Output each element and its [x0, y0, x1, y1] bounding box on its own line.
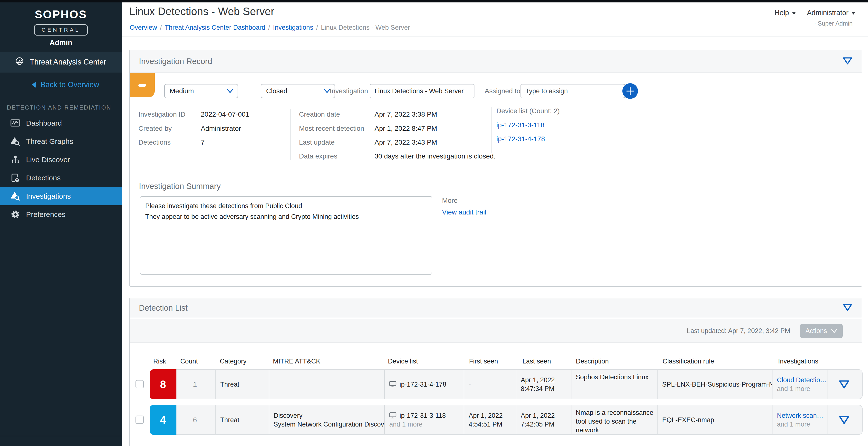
add-assignee-button[interactable] — [622, 83, 638, 99]
investigation-record-header: Investigation Record — [130, 50, 862, 73]
cell-description: Sophos Detections Linux — [571, 370, 657, 399]
cell-mitre — [269, 370, 384, 399]
investigation-more: and 1 more — [777, 384, 826, 393]
field-value: 30 days after the investigation is close… — [375, 152, 496, 160]
summary-textarea[interactable]: Please investigate these detections from… — [140, 196, 432, 275]
field-label: Creation date — [299, 110, 340, 118]
live-discover-icon — [10, 155, 20, 164]
sidebar-item-detections[interactable]: ? Detections — [0, 169, 122, 187]
expand-triangle-icon — [838, 380, 850, 389]
device-link[interactable]: ip-172-31-4-178 — [496, 135, 545, 143]
field-value: Apr 7, 2022 3:43 PM — [375, 139, 437, 146]
user-menu[interactable]: Administrator — [807, 9, 855, 17]
breadcrumb-separator: / — [316, 24, 318, 31]
app-title: Threat Analysis Center — [30, 58, 106, 66]
expand-row-button[interactable] — [828, 370, 862, 399]
collapse-panel-icon[interactable] — [843, 57, 852, 66]
actions-label: Actions — [805, 327, 827, 335]
col-header-last-seen: Last seen — [523, 357, 551, 365]
minus-icon — [138, 84, 146, 87]
assigned-to-label: Assigned to — [485, 84, 520, 98]
threat-graphs-icon — [10, 137, 20, 146]
field-value: Administrator — [201, 125, 241, 132]
column-divider — [491, 107, 492, 153]
nav-section-label: DETECTION AND REMEDIATION — [0, 104, 122, 111]
field-value: Apr 1, 2022 8:47 PM — [375, 125, 437, 132]
row-checkbox[interactable] — [135, 416, 144, 424]
monitor-icon — [389, 381, 397, 387]
investigation-more: and 1 more — [777, 420, 826, 429]
field-value: 2022-04-07-001 — [201, 110, 249, 118]
cell-category: Threat — [215, 370, 269, 399]
sidebar-item-preferences[interactable]: Preferences — [0, 205, 122, 224]
brand-name: SOPHOS — [0, 8, 122, 21]
assign-input[interactable] — [521, 84, 630, 98]
field-label: Detections — [138, 139, 170, 146]
investigation-name-input[interactable] — [370, 84, 474, 98]
field-label: Created by — [138, 125, 172, 132]
page-title: Linux Detections - Web Server — [129, 5, 274, 18]
cell-investigations: Network scan… and 1 more — [772, 405, 828, 434]
help-menu[interactable]: Help — [774, 9, 796, 17]
priority-tab[interactable] — [130, 73, 155, 97]
user-role: · Super Admin — [814, 20, 852, 27]
investigation-record-panel: Investigation Record Medium Closed Inves… — [129, 50, 862, 287]
help-label: Help — [774, 9, 789, 17]
detection-list-toolbar: Last updated: Apr 7, 2022, 3:42 PM Actio… — [130, 319, 862, 343]
view-audit-trail-link[interactable]: View audit trail — [442, 208, 486, 216]
sidebar-item-dashboard[interactable]: Dashboard — [0, 114, 122, 132]
sidebar-item-investigations[interactable]: Investigations — [0, 187, 122, 205]
investigations-icon — [10, 192, 20, 201]
sophos-logo: SOPHOS CENTRAL Admin — [0, 2, 122, 47]
row-body[interactable]: 1 Threat ip-172-31-4-178 - Apr 1, 2022 — [177, 369, 863, 399]
investigation-link[interactable]: Cloud Detectio… — [777, 376, 826, 384]
cell-device-list: ip-172-31-4-178 — [384, 370, 464, 399]
row-body[interactable]: 6 Threat Discovery System Network Config… — [177, 405, 863, 435]
col-header-device-list: Device list — [388, 357, 418, 365]
breadcrumb-overview[interactable]: Overview — [130, 24, 157, 31]
col-header-count: Count — [180, 357, 198, 365]
device-link[interactable]: ip-172-31-3-118 — [496, 121, 545, 129]
breadcrumb-tac-dashboard[interactable]: Threat Analysis Center Dashboard — [165, 24, 266, 31]
column-divider — [290, 109, 291, 160]
chevron-down-icon — [831, 329, 837, 333]
cell-investigations: Cloud Detectio… and 1 more — [772, 370, 828, 399]
status-value: Closed — [266, 87, 287, 95]
risk-badge: 4 — [150, 405, 177, 435]
risk-badge: 8 — [150, 369, 177, 399]
table-row: 4 6 Threat Discovery System Network Conf… — [130, 405, 863, 435]
app-title-band: Threat Analysis Center — [0, 52, 122, 73]
breadcrumb-separator: / — [160, 24, 162, 31]
status-select[interactable]: Closed — [261, 84, 335, 98]
sidebar-divider — [0, 436, 122, 436]
svg-text:?: ? — [16, 178, 18, 182]
field-value: 7 — [201, 139, 205, 146]
actions-button[interactable]: Actions — [800, 324, 843, 338]
cell-device-list: ip-172-31-3-118 and 1 more — [384, 405, 464, 434]
sidebar-item-label: Investigations — [26, 192, 71, 200]
collapse-panel-icon[interactable] — [843, 304, 852, 312]
cell-classification-rule: SPL-LNX-BEH-Suspicious-Program-N… — [657, 370, 772, 399]
device-name: ip-172-31-3-118 — [399, 411, 446, 420]
sidebar-item-threat-graphs[interactable]: Threat Graphs — [0, 132, 122, 150]
sidebar-item-label: Threat Graphs — [26, 137, 73, 146]
sidebar-item-label: Live Discover — [26, 156, 70, 164]
investigation-link[interactable]: Network scan… — [777, 411, 826, 420]
field-label: Investigation ID — [138, 110, 185, 118]
expand-row-button[interactable] — [828, 405, 862, 434]
cell-first-seen: Apr 1, 2022 4:54:51 PM — [464, 405, 516, 434]
top-strip — [0, 0, 868, 2]
table-row: 8 1 Threat ip-172-31-4-178 - Apr 1, — [130, 369, 863, 399]
col-header-category: Category — [220, 357, 247, 365]
panel-title: Detection List — [139, 303, 188, 313]
back-arrow-icon — [32, 81, 36, 88]
row-checkbox[interactable] — [135, 380, 144, 388]
field-label: Last update — [299, 139, 335, 146]
back-to-overview-link[interactable]: Back to Overview — [0, 80, 122, 90]
breadcrumb-investigations[interactable]: Investigations — [273, 24, 313, 31]
severity-select[interactable]: Medium — [164, 84, 238, 98]
next-row-edge — [150, 441, 863, 441]
threat-center-icon — [15, 57, 24, 67]
sidebar-item-live-discover[interactable]: Live Discover — [0, 150, 122, 169]
dashboard-icon — [10, 119, 20, 128]
